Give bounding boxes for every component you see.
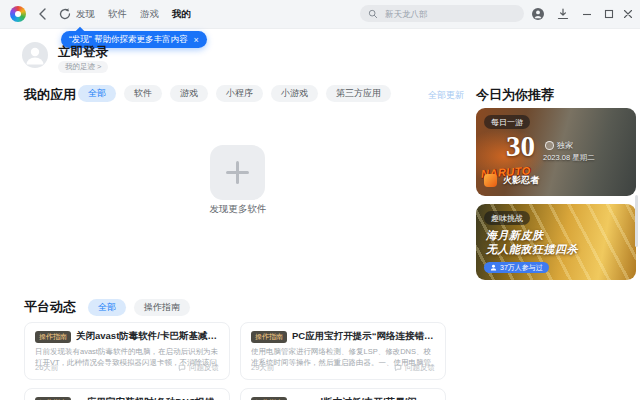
title-bar: 发现 软件 游戏 我的 bbox=[0, 0, 640, 29]
daily-game-name-row: 火影忍者 bbox=[484, 174, 539, 187]
nav-tab-mine[interactable]: 我的 bbox=[172, 0, 191, 28]
my-apps-tabs: 全部 软件 游戏 小程序 小游戏 第三方应用 bbox=[78, 85, 391, 102]
daily-game-day: 30 bbox=[506, 130, 535, 163]
my-apps-title: 我的应用 bbox=[24, 86, 76, 104]
article-card[interactable]: 操作指南 opengl版本过低/未开/花屏/闪退，升级显卡驱动… bbox=[240, 388, 446, 400]
article-badge: 操作指南 bbox=[35, 331, 71, 343]
feedback-icon bbox=[394, 364, 402, 372]
footprints-link[interactable]: 我的足迹 > bbox=[58, 61, 108, 73]
article-card[interactable]: 操作指南 pc应用宝安装超时/各种DNS报错 bbox=[24, 388, 230, 400]
article-time: 29天前 bbox=[251, 363, 274, 373]
main-nav: 发现 软件 游戏 我的 bbox=[76, 0, 191, 28]
tag-dot-icon bbox=[545, 141, 554, 150]
nav-tab-discover[interactable]: 发现 bbox=[76, 0, 95, 28]
tab-miniprograms[interactable]: 小程序 bbox=[216, 85, 263, 102]
feedback-link[interactable]: 问题反馈 bbox=[178, 363, 219, 373]
article-card[interactable]: 操作指南 PC应用宝打开提示“网络连接错误” 使用电脑管家进行网络检测、修复LS… bbox=[240, 322, 446, 380]
article-badge: 操作指南 bbox=[251, 331, 287, 343]
challenge-stat-pill: 37万人参与过 bbox=[484, 262, 549, 273]
daily-game-badge: 每日一游 bbox=[484, 115, 530, 129]
search-box[interactable] bbox=[360, 5, 524, 22]
article-title: pc应用宝安装超时/各种DNS报错 bbox=[76, 396, 214, 400]
news-tab-guide[interactable]: 操作指南 bbox=[134, 299, 190, 316]
challenge-line2: 无人能敌狂揽四杀 bbox=[486, 242, 578, 257]
minimize-icon[interactable] bbox=[580, 7, 594, 21]
tab-thirdparty[interactable]: 第三方应用 bbox=[326, 85, 391, 102]
game-icon bbox=[484, 174, 497, 187]
recommend-title: 今日为你推荐 bbox=[476, 86, 554, 104]
daily-game-card[interactable]: 每日一游 NARUTO 30 独家 2023.08 星期二 火影忍者 bbox=[476, 108, 636, 196]
game-name: 火影忍者 bbox=[503, 174, 539, 187]
download-manager-icon[interactable] bbox=[556, 7, 570, 21]
participants-icon bbox=[490, 264, 497, 271]
add-software-label[interactable]: 发现更多软件 bbox=[183, 203, 293, 216]
tab-minigames[interactable]: 小游戏 bbox=[271, 85, 318, 102]
feedback-link[interactable]: 问题反馈 bbox=[394, 363, 435, 373]
feedback-icon bbox=[178, 364, 186, 372]
search-input[interactable] bbox=[383, 8, 507, 20]
tab-games[interactable]: 游戏 bbox=[170, 85, 208, 102]
nav-tab-software[interactable]: 软件 bbox=[108, 0, 127, 28]
article-badge: 操作指南 bbox=[35, 397, 71, 400]
nav-tab-games[interactable]: 游戏 bbox=[140, 0, 159, 28]
add-software-tile[interactable] bbox=[210, 145, 265, 200]
tooltip-close-icon[interactable]: × bbox=[194, 35, 199, 45]
account-icon[interactable] bbox=[531, 7, 545, 21]
daily-game-date: 2023.08 星期二 bbox=[543, 153, 595, 163]
maximize-icon[interactable] bbox=[602, 7, 616, 21]
article-title: opengl版本过低/未开/花屏/闪退，升级显卡驱动… bbox=[292, 396, 435, 400]
article-card[interactable]: 操作指南 关闭avast防毒软件/卡巴斯基减少卡顿现象 日前发现装有avast防… bbox=[24, 322, 230, 380]
news-tab-all[interactable]: 全部 bbox=[88, 299, 126, 316]
daily-game-tag: 独家 bbox=[545, 140, 573, 151]
avatar[interactable] bbox=[22, 42, 48, 68]
tab-software[interactable]: 软件 bbox=[124, 85, 162, 102]
search-icon bbox=[368, 9, 378, 19]
login-button[interactable]: 立即登录 bbox=[58, 44, 108, 61]
scrollbar-thumb[interactable] bbox=[635, 195, 638, 247]
close-icon[interactable] bbox=[621, 7, 635, 21]
refresh-icon[interactable] bbox=[58, 7, 72, 21]
article-badge: 操作指南 bbox=[251, 397, 287, 400]
tab-all[interactable]: 全部 bbox=[78, 85, 116, 102]
app-logo-icon bbox=[10, 6, 26, 22]
article-time: 26天前 bbox=[35, 363, 58, 373]
challenge-card[interactable]: 趣味挑战 海月新皮肤 无人能敌狂揽四杀 37万人参与过 bbox=[476, 204, 636, 280]
article-title: 关闭avast防毒软件/卡巴斯基减少卡顿现象 bbox=[76, 330, 219, 343]
news-title: 平台动态 bbox=[24, 298, 76, 316]
article-title: PC应用宝打开提示“网络连接错误” bbox=[292, 330, 435, 343]
update-all-button[interactable]: 全部更新 bbox=[428, 89, 464, 102]
back-icon[interactable] bbox=[36, 7, 50, 21]
challenge-badge: 趣味挑战 bbox=[484, 211, 530, 225]
challenge-line1: 海月新皮肤 bbox=[486, 228, 544, 243]
